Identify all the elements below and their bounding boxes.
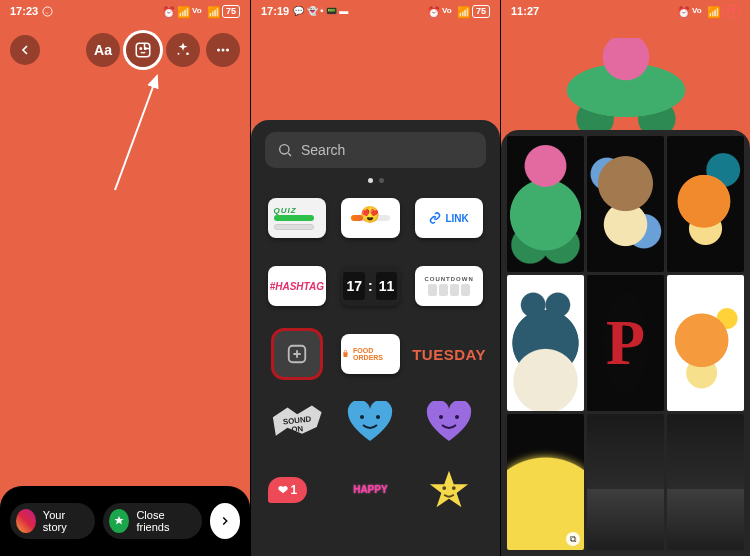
clock: 11:27: [511, 5, 539, 17]
signal-icon: 📶: [207, 6, 218, 17]
battery-indicator: 18: [722, 5, 740, 18]
gallery-item[interactable]: [507, 275, 584, 411]
food-orders-sticker[interactable]: FOOD ORDERS: [341, 334, 400, 374]
svg-point-7: [222, 49, 225, 52]
battery-indicator: 75: [472, 5, 490, 18]
effects-tool-button[interactable]: [166, 33, 200, 67]
search-icon: [277, 142, 293, 158]
svg-text:ON: ON: [290, 424, 303, 434]
svg-point-19: [452, 486, 456, 490]
pinterest-icon: P: [603, 291, 648, 395]
alarm-icon: ⏰: [162, 6, 173, 17]
svg-point-2: [140, 48, 142, 50]
close-friends-button[interactable]: Close friends: [103, 503, 201, 539]
star-icon: [109, 509, 129, 533]
svg-point-6: [217, 49, 220, 52]
gallery-picker-screen: 11:27 ⏰ Vo 📶 18 P ⧉: [500, 0, 750, 556]
signal-icon: 📶: [707, 6, 718, 17]
story-editor-screen: 17:23 ⏰ 📶 Vo 📶 75 Aa: [0, 0, 250, 556]
story-ring-icon: [16, 509, 36, 533]
svg-point-16: [439, 415, 443, 419]
gallery-item[interactable]: [667, 275, 744, 411]
gallery-item[interactable]: [667, 136, 744, 272]
svg-point-5: [178, 53, 180, 55]
star-sticker[interactable]: [415, 470, 483, 510]
svg-point-17: [455, 415, 459, 419]
sticker-sheet-screen: 17:19 💬 👻 • 📟 ▬ ⏰ Vo 📶 75 Search QUIZ: [250, 0, 500, 556]
sound-on-sticker[interactable]: SOUNDON: [268, 402, 327, 442]
time-sticker[interactable]: 17:11: [341, 266, 400, 306]
your-story-button[interactable]: Your story: [10, 503, 95, 539]
text-tool-button[interactable]: Aa: [86, 33, 120, 67]
back-button[interactable]: [10, 35, 40, 65]
quiz-sticker[interactable]: QUIZ: [268, 198, 327, 238]
signal-icon: 📶: [457, 6, 468, 17]
sticker-drawer[interactable]: Search QUIZ LINK #HASHTAG 17:11 COUNTDOW…: [251, 120, 500, 556]
happy-birthday-sticker[interactable]: HAPPY: [341, 470, 400, 510]
gallery-item[interactable]: P: [587, 275, 664, 411]
gallery-item[interactable]: [507, 136, 584, 272]
like-count-sticker[interactable]: ❤ 1: [268, 470, 327, 510]
heart-blue-sticker[interactable]: [341, 402, 400, 442]
search-placeholder: Search: [301, 142, 345, 158]
bag-icon: [341, 349, 350, 359]
svg-point-10: [280, 145, 289, 154]
volte-icon: Vo: [192, 6, 203, 17]
alarm-icon: ⏰: [427, 6, 438, 17]
sticker-search[interactable]: Search: [265, 132, 486, 168]
multi-icon: ⧉: [566, 532, 580, 546]
status-bar: 11:27 ⏰ Vo 📶 18: [501, 0, 750, 22]
page-indicator: [265, 178, 486, 183]
svg-point-8: [226, 49, 229, 52]
annotation-arrow: [105, 70, 175, 200]
svg-point-15: [376, 415, 380, 419]
clock: 17:23: [10, 5, 38, 17]
svg-point-3: [145, 48, 147, 50]
heart-purple-sticker[interactable]: [415, 402, 483, 442]
wifi-call-icon: 📶: [177, 6, 188, 17]
gallery-drawer[interactable]: P ⧉: [501, 130, 750, 556]
volte-icon: Vo: [692, 6, 703, 17]
sticker-tool-button[interactable]: [126, 33, 160, 67]
gallery-item[interactable]: [667, 414, 744, 550]
emoji-slider-sticker[interactable]: [341, 198, 400, 238]
gallery-item[interactable]: [587, 136, 664, 272]
svg-point-18: [442, 486, 446, 490]
svg-line-9: [115, 76, 157, 190]
battery-indicator: 75: [222, 5, 240, 18]
gallery-grid: P ⧉: [507, 136, 744, 550]
more-tool-button[interactable]: [206, 33, 240, 67]
link-sticker[interactable]: LINK: [415, 198, 483, 238]
gallery-item[interactable]: [587, 414, 664, 550]
day-sticker[interactable]: TUESDAY: [415, 334, 483, 374]
your-story-label: Your story: [43, 509, 84, 533]
next-button[interactable]: [210, 503, 240, 539]
link-icon: [429, 212, 441, 224]
status-bar: 17:19 💬 👻 • 📟 ▬ ⏰ Vo 📶 75: [251, 0, 500, 22]
gallery-sticker-button[interactable]: [274, 331, 320, 377]
share-bar: Your story Close friends: [0, 486, 250, 556]
sticker-grid: QUIZ LINK #HASHTAG 17:11 COUNTDOWN FOOD …: [265, 189, 486, 519]
svg-point-4: [186, 52, 189, 55]
svg-rect-1: [136, 43, 150, 57]
gallery-item[interactable]: ⧉: [507, 414, 584, 550]
alarm-icon: ⏰: [677, 6, 688, 17]
hashtag-sticker[interactable]: #HASHTAG: [268, 266, 327, 306]
status-bar: 17:23 ⏰ 📶 Vo 📶 75: [0, 0, 250, 22]
editor-toolbar: Aa: [0, 30, 250, 70]
notif-icons: 💬 👻 • 📟 ▬: [293, 6, 348, 16]
add-image-icon: [286, 343, 308, 365]
whatsapp-icon: [42, 6, 53, 17]
close-friends-label: Close friends: [136, 509, 189, 533]
volte-icon: Vo: [442, 6, 453, 17]
countdown-sticker[interactable]: COUNTDOWN: [415, 266, 483, 306]
placed-sticker-preview[interactable]: [556, 38, 696, 133]
clock: 17:19: [261, 5, 289, 17]
svg-point-14: [360, 415, 364, 419]
svg-point-0: [43, 6, 52, 15]
